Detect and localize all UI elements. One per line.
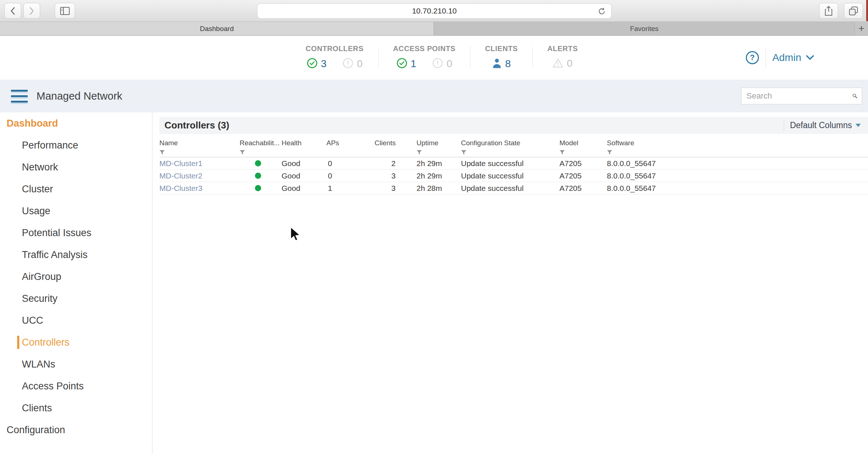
- stat-value: 1: [411, 58, 416, 70]
- sidebar-toggle-button[interactable]: [55, 3, 75, 19]
- stat-metric[interactable]: 0: [432, 58, 452, 70]
- sidebar-item-dashboard[interactable]: Dashboard: [0, 112, 152, 134]
- controller-name-link[interactable]: MD-Cluster1: [159, 159, 240, 168]
- column-label: Model: [559, 139, 607, 147]
- chevron-left-icon: [10, 7, 16, 15]
- divider: [784, 120, 784, 131]
- main-panel: Controllers (3) Default Columns NameReac…: [152, 112, 868, 454]
- column-header-reachabilit[interactable]: Reachabilit...: [240, 139, 282, 155]
- filter-funnel-icon[interactable]: [607, 150, 868, 155]
- stat-metric[interactable]: 0: [342, 58, 363, 70]
- sidebar-item-airgroup[interactable]: AirGroup: [0, 266, 152, 288]
- stat-metric[interactable]: 8: [492, 58, 511, 70]
- chevron-right-icon: [29, 7, 35, 15]
- sidebar-item-performance[interactable]: Performance: [0, 134, 152, 156]
- column-header-name[interactable]: Name: [159, 139, 240, 155]
- table-header: NameReachabilit...HealthAPsClientsUptime…: [159, 139, 868, 157]
- stat-label: CONTROLLERS: [306, 45, 364, 53]
- config-state-cell: Update successful: [461, 172, 559, 180]
- stat-metric[interactable]: 3: [307, 58, 327, 70]
- neutral-circle-icon: [432, 58, 443, 70]
- column-header-model[interactable]: Model: [559, 139, 607, 155]
- stat-clients: CLIENTS 8: [470, 45, 532, 70]
- sidebar-item-clients[interactable]: Clients: [0, 397, 152, 419]
- sidebar-item-configuration[interactable]: Configuration: [0, 419, 152, 441]
- clients-icon: [492, 58, 502, 70]
- reachability-up-icon: [255, 160, 261, 166]
- tab-label: Favorites: [630, 25, 658, 33]
- url-text: 10.70.210.10: [412, 7, 457, 15]
- stat-metric[interactable]: 1: [396, 58, 416, 70]
- column-header-health[interactable]: Health: [282, 139, 326, 155]
- controller-name-link[interactable]: MD-Cluster3: [159, 184, 240, 193]
- new-tab-button[interactable]: +: [855, 22, 868, 35]
- reload-button[interactable]: [597, 7, 606, 18]
- reachability-cell: [240, 160, 282, 166]
- reachability-cell: [240, 185, 282, 191]
- neutral-circle-icon: [342, 58, 353, 70]
- column-header-software[interactable]: Software: [607, 139, 868, 155]
- clients-cell: 3: [375, 184, 416, 193]
- sidebar-item-wlans[interactable]: WLANs: [0, 353, 152, 375]
- filter-funnel-icon[interactable]: [461, 150, 559, 155]
- sidebar-item-traffic-analysis[interactable]: Traffic Analysis: [0, 244, 152, 266]
- health-cell: Good: [282, 184, 326, 193]
- column-header-aps[interactable]: APs: [326, 139, 375, 155]
- screen: 10.70.210.10 Dashboard Favorites + CONT: [0, 0, 868, 454]
- sidebar-item-ucc[interactable]: UCC: [0, 309, 152, 331]
- reload-icon: [597, 7, 606, 16]
- sidebar-item-potential-issues[interactable]: Potential Issues: [0, 222, 152, 244]
- divider: [766, 47, 766, 68]
- managed-network-bar: Managed Network: [0, 80, 868, 112]
- search-icon[interactable]: [852, 91, 857, 101]
- model-cell: A7205: [559, 159, 607, 168]
- context-title: Managed Network: [36, 90, 122, 102]
- sidebar-item-network[interactable]: Network: [0, 156, 152, 178]
- share-button[interactable]: [819, 3, 838, 19]
- columns-dropdown[interactable]: Default Columns: [784, 120, 861, 131]
- model-cell: A7205: [559, 184, 607, 193]
- column-label: Reachabilit...: [240, 139, 282, 147]
- uptime-cell: 2h 29m: [416, 159, 461, 168]
- sidebar-item-controllers[interactable]: Controllers: [0, 331, 152, 353]
- tab-dashboard[interactable]: Dashboard: [0, 22, 434, 35]
- filter-funnel-icon[interactable]: [159, 150, 240, 155]
- filter-funnel-icon[interactable]: [559, 150, 607, 155]
- search-input[interactable]: [741, 91, 852, 101]
- stat-metric[interactable]: 0: [553, 58, 573, 69]
- user-menu[interactable]: Admin: [772, 52, 814, 64]
- stat-alerts: ALERTS 0: [533, 45, 593, 70]
- column-label: Name: [159, 139, 240, 147]
- hamburger-icon: [11, 90, 28, 92]
- aps-cell: 0: [326, 172, 375, 180]
- column-header-clients[interactable]: Clients: [375, 139, 416, 155]
- back-button[interactable]: [4, 3, 21, 19]
- forward-button[interactable]: [23, 3, 40, 19]
- software-cell: 8.0.0.0_55647: [607, 184, 868, 193]
- config-state-cell: Update successful: [461, 159, 559, 168]
- clients-cell: 3: [375, 172, 416, 180]
- chevron-down-icon: [856, 124, 861, 127]
- sidebar-item-access-points[interactable]: Access Points: [0, 375, 152, 397]
- reachability-cell: [240, 173, 282, 179]
- help-button[interactable]: ?: [746, 51, 759, 64]
- sidebar-item-usage[interactable]: Usage: [0, 200, 152, 222]
- address-bar[interactable]: 10.70.210.10: [257, 3, 612, 19]
- filter-funnel-icon[interactable]: [240, 150, 282, 155]
- column-header-configuration-state[interactable]: Configuration State: [461, 139, 559, 155]
- stat-controllers: CONTROLLERS 3 0: [306, 45, 378, 70]
- alert-triangle-icon: [553, 58, 563, 69]
- sidebar-item-cluster[interactable]: Cluster: [0, 178, 152, 200]
- menu-button[interactable]: [11, 90, 28, 103]
- column-label: Software: [607, 139, 868, 147]
- controller-name-link[interactable]: MD-Cluster2: [159, 172, 240, 180]
- column-header-uptime[interactable]: Uptime: [416, 139, 461, 155]
- reachability-up-icon: [255, 173, 261, 179]
- table-row-md-cluster2: MD-Cluster2 Good 0 3 2h 29m Update succe…: [159, 170, 868, 182]
- filter-funnel-icon[interactable]: [416, 150, 461, 155]
- tab-overview-button[interactable]: [844, 3, 863, 19]
- sidebar-item-security[interactable]: Security: [0, 288, 152, 309]
- columns-dropdown-label: Default Columns: [790, 120, 852, 130]
- tab-favorites[interactable]: Favorites: [434, 22, 855, 35]
- health-cell: Good: [282, 159, 326, 168]
